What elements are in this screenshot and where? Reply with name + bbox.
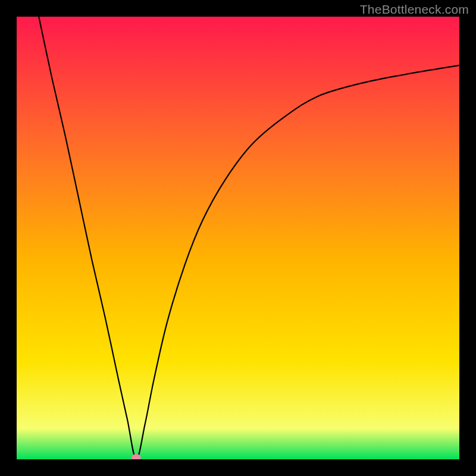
- attribution-label: TheBottleneck.com: [360, 2, 469, 17]
- plot-frame: [17, 17, 459, 459]
- gradient-background: [17, 17, 459, 459]
- bottleneck-chart: [17, 17, 459, 459]
